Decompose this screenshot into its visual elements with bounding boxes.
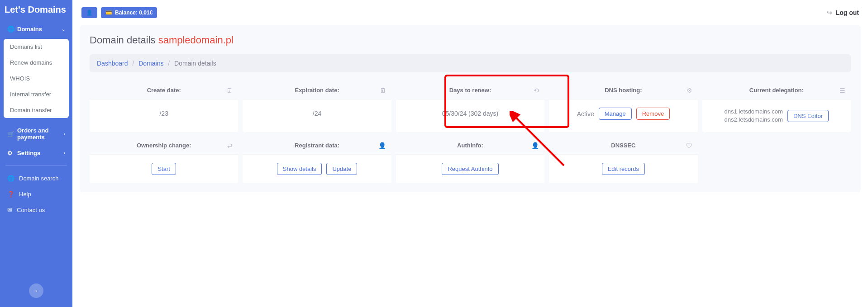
summary-grid-row1: Create date:🗓 /23 Expiration date:🗓 /24 …: [90, 81, 851, 132]
logo: Let's Domains: [0, 0, 72, 21]
nav-domains[interactable]: 🌐 Domains ⌄: [4, 21, 69, 37]
globe-icon: 🌐: [7, 26, 14, 33]
sidebar-collapse-button[interactable]: ‹: [29, 283, 43, 298]
sidebar: Let's Domains 🌐 Domains ⌄ Domains list R…: [0, 0, 72, 307]
card-expiration-date: Expiration date:🗓 /24: [243, 81, 391, 132]
calendar-x-icon: 🗓: [380, 87, 386, 94]
summary-grid-row2: Ownership change:⇄ Start Registrant data…: [90, 137, 851, 183]
wallet-icon: 💳: [105, 9, 112, 16]
user-icon: 👤: [86, 9, 93, 16]
card-current-delegation: Current delegation:☰ dns1.letsdomains.co…: [702, 81, 851, 132]
card-days-to-renew: Days to renew:⟲ 05/30/24 (302 days): [396, 81, 544, 132]
subnav-whois[interactable]: WHOIS: [4, 71, 69, 86]
chevron-right-icon: ›: [64, 132, 65, 137]
breadcrumb-dashboard[interactable]: Dashboard: [97, 60, 128, 67]
globe-icon: 🌐: [7, 175, 14, 182]
domain-name: sampledomain.pl: [158, 34, 234, 46]
question-icon: ❓: [7, 191, 14, 198]
registrant-show-button[interactable]: Show details: [277, 163, 322, 175]
subnav-domains-list[interactable]: Domains list: [4, 39, 69, 55]
logout-button[interactable]: ↪Log out: [827, 9, 859, 16]
dns-editor-button[interactable]: DNS Editor: [787, 110, 829, 122]
card-dnssec: DNSSEC🛡 Edit records: [549, 137, 697, 183]
create-date-value: /23: [159, 110, 168, 117]
nav-contact[interactable]: ✉Contact us: [0, 202, 72, 218]
nameservers: dns1.letsdomains.com dns2.letsdomains.co…: [725, 108, 783, 124]
topbar: 👤 💳Balance: 0,01€ ↪Log out: [72, 0, 868, 25]
expiration-date-value: /24: [313, 110, 321, 117]
user-icon: 👤: [531, 142, 539, 149]
request-authinfo-button[interactable]: Request Authinfo: [442, 163, 498, 175]
card-registrant-data: Registrant data:👤 Show details Update: [243, 137, 391, 183]
chevron-down-icon: ⌄: [62, 27, 65, 32]
logo-text: Let's Domains: [5, 5, 66, 15]
subnav-renew-domains[interactable]: Renew domains: [4, 55, 69, 71]
nav-domains-label: Domains: [17, 26, 62, 33]
gear-user-icon: ⚙: [687, 87, 692, 94]
card-dns-hosting: DNS hosting:⚙ Active Manage Remove: [549, 81, 697, 132]
subnav-internal-transfer[interactable]: Internal transfer: [4, 86, 69, 102]
page-title: Domain details sampledomain.pl: [90, 34, 851, 46]
nav-orders-label: Orders and payments: [17, 127, 64, 141]
nav-domain-search[interactable]: 🌐Domain search: [0, 170, 72, 186]
registrant-update-button[interactable]: Update: [326, 163, 357, 175]
subnav-domain-transfer[interactable]: Domain transfer: [4, 102, 69, 118]
page-panel: Domain details sampledomain.pl Dashboard…: [80, 25, 861, 192]
card-authinfo: Authinfo:👤 Request Authinfo: [396, 137, 544, 183]
gear-icon: ⚙: [7, 150, 14, 156]
chevron-right-icon: ›: [64, 151, 65, 156]
list-icon: ☰: [839, 87, 845, 94]
nav-orders[interactable]: 🛒 Orders and payments ›: [4, 123, 69, 145]
ownership-start-button[interactable]: Start: [152, 163, 176, 175]
nav-settings[interactable]: ⚙ Settings ›: [4, 145, 69, 161]
dns-manage-button[interactable]: Manage: [599, 108, 632, 120]
shield-icon: 🛡: [686, 142, 692, 149]
nav-help[interactable]: ❓Help: [0, 186, 72, 202]
calendar-icon: 🗓: [226, 87, 233, 94]
mail-icon: ✉: [7, 207, 12, 213]
cart-icon: 🛒: [7, 131, 14, 137]
dns-status: Active: [577, 110, 594, 118]
logout-icon: ↪: [827, 9, 832, 16]
dns-remove-button[interactable]: Remove: [636, 108, 670, 120]
breadcrumb-current: Domain details: [174, 60, 216, 67]
breadcrumb: Dashboard / Domains / Domain details: [90, 54, 851, 72]
user-button[interactable]: 👤: [81, 7, 97, 18]
card-create-date: Create date:🗓 /23: [90, 81, 238, 132]
breadcrumb-domains[interactable]: Domains: [138, 60, 163, 67]
user-icon: 👤: [378, 142, 386, 149]
nav-settings-label: Settings: [17, 150, 64, 156]
history-icon: ⟲: [534, 87, 539, 94]
nav-domains-submenu: Domains list Renew domains WHOIS Interna…: [4, 39, 69, 118]
card-ownership-change: Ownership change:⇄ Start: [90, 137, 238, 183]
days-to-renew-value: 05/30/24 (302 days): [442, 110, 499, 117]
dnssec-edit-button[interactable]: Edit records: [602, 163, 645, 175]
balance-button[interactable]: 💳Balance: 0,01€: [101, 7, 157, 18]
exchange-icon: ⇄: [227, 142, 233, 149]
